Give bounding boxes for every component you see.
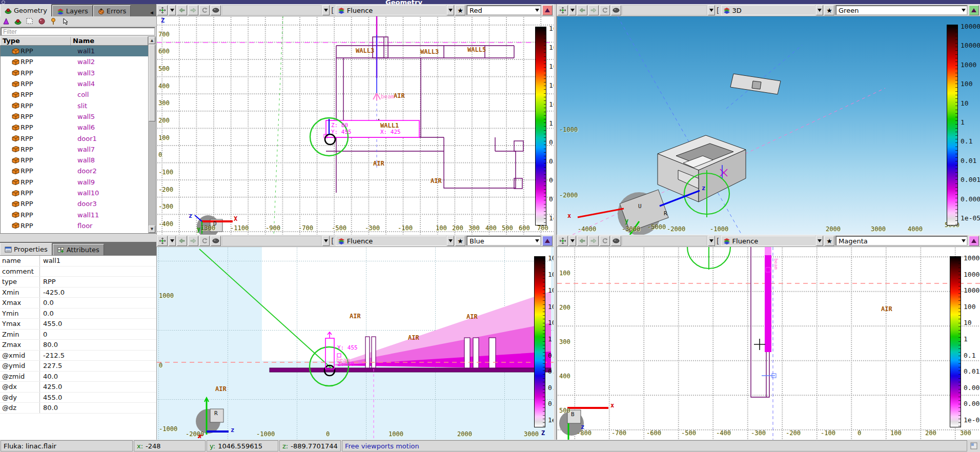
viewport-canvas-red[interactable]: 7006005004003002001000-100-200-300-400-1… <box>156 16 554 235</box>
pan-tool-dropdown[interactable] <box>169 236 176 246</box>
back-button[interactable] <box>177 236 187 246</box>
viewport-canvas-green[interactable]: -1000-2000-4000-3000-5000-2000-100020003… <box>557 16 980 235</box>
viewport-canvas-blue[interactable]: 10000-1000-2000-10000100020003000ZAIRAIR… <box>156 247 554 440</box>
render-button[interactable] <box>611 236 621 246</box>
property-row[interactable]: @dy455.0 <box>0 393 156 403</box>
tree-row[interactable]: RPPwall6 <box>1 122 148 133</box>
render-button[interactable] <box>211 5 221 15</box>
refresh-button[interactable] <box>199 5 210 15</box>
status-grid-icon[interactable] <box>969 441 979 451</box>
pan-tool-button[interactable] <box>558 236 568 246</box>
property-row[interactable]: @dx425.0 <box>0 382 156 393</box>
pan-tool-button[interactable] <box>157 236 168 246</box>
body-tool-icon[interactable] <box>13 17 23 26</box>
scroll-down-icon[interactable]: ▼ <box>149 225 155 233</box>
layer-dropdown-arrow[interactable] <box>447 236 454 246</box>
property-row[interactable]: comment <box>0 266 156 277</box>
refresh-button[interactable] <box>600 5 610 15</box>
history-dropdown[interactable] <box>222 236 321 246</box>
favorite-layer-button[interactable]: ★ <box>455 5 465 15</box>
tab-attributes[interactable]: Attributes <box>53 244 104 255</box>
layer-dropdown-arrow[interactable] <box>816 5 823 15</box>
filter-input[interactable] <box>1 27 155 36</box>
property-row[interactable]: namewall1 <box>0 256 156 266</box>
forward-button[interactable] <box>188 5 198 15</box>
scrollbar-thumb[interactable] <box>149 45 155 121</box>
favorite-layer-button[interactable]: ★ <box>824 5 834 15</box>
property-row[interactable]: Zmax80.0 <box>0 340 156 351</box>
render-button[interactable] <box>611 5 621 15</box>
property-row[interactable]: Xmin-425.0 <box>0 287 156 298</box>
pan-tool-dropdown[interactable] <box>569 236 576 246</box>
tab-layers[interactable]: Layers <box>52 5 93 16</box>
favorite-layer-button[interactable]: ★ <box>455 236 465 246</box>
tree-row[interactable]: RPPwall10 <box>1 188 148 198</box>
zone-tool-icon[interactable] <box>1 17 11 26</box>
forward-button[interactable] <box>588 5 599 15</box>
favorite-layer-button[interactable]: ★ <box>824 236 834 246</box>
viewport-canvas-magenta[interactable]: 100200300400500-800-700-600-500-400-300-… <box>557 247 980 440</box>
history-dropdown-arrow[interactable] <box>708 236 715 246</box>
layer-selector[interactable]: Fluence <box>336 5 446 15</box>
tree-row[interactable]: RPPwall1 <box>1 46 148 56</box>
tree-row[interactable]: RPPwall11 <box>1 209 148 220</box>
tree-row[interactable]: RPPslit <box>1 100 148 111</box>
back-button[interactable] <box>577 236 587 246</box>
tree-row[interactable]: RPPdoor1 <box>1 133 148 143</box>
tree-row[interactable]: RPPcoll <box>1 89 148 100</box>
layer-selector[interactable]: 3D <box>721 5 815 15</box>
property-row[interactable]: Ymin0.0 <box>0 309 156 319</box>
layer-dropdown-arrow[interactable] <box>816 236 823 246</box>
render-button[interactable] <box>211 236 221 246</box>
cursor-tool-icon[interactable] <box>60 17 70 26</box>
tab-properties[interactable]: Properties <box>0 243 52 255</box>
tree-row[interactable]: RPPwall7 <box>1 144 148 155</box>
viewport-name-combo[interactable]: Red <box>466 5 541 15</box>
history-dropdown-arrow[interactable] <box>322 5 330 15</box>
tab-geometry[interactable]: Geometry <box>0 4 52 16</box>
history-dropdown-arrow[interactable] <box>322 236 330 246</box>
pan-tool-button[interactable] <box>558 5 568 15</box>
back-button[interactable] <box>177 5 187 15</box>
tree-row[interactable]: RPPwall5 <box>1 111 148 122</box>
maximize-viewport-button[interactable] <box>969 236 979 246</box>
tree-row[interactable]: RPPdoor2 <box>1 166 148 176</box>
property-row[interactable]: @dz80.0 <box>0 403 156 414</box>
property-row[interactable]: Zmin0 <box>0 330 156 340</box>
history-dropdown-arrow[interactable] <box>708 5 715 15</box>
maximize-viewport-button[interactable] <box>542 236 553 246</box>
pan-tool-button[interactable] <box>157 5 168 15</box>
viewport-name-combo[interactable]: Green <box>835 5 968 15</box>
tree-row[interactable]: RPPdoor3 <box>1 198 148 209</box>
tree-row[interactable]: RPPwall9 <box>1 177 148 188</box>
tree-row[interactable]: RPPwall2 <box>1 56 148 67</box>
layer-dropdown-arrow[interactable] <box>447 5 454 15</box>
panel-divider[interactable] <box>0 233 156 242</box>
forward-button[interactable] <box>188 236 198 246</box>
column-type[interactable]: Type <box>1 37 71 45</box>
pan-tool-dropdown[interactable] <box>169 5 176 15</box>
tree-row[interactable]: RPPwall3 <box>1 68 148 78</box>
collapse-panel-button[interactable]: ◄ <box>147 9 156 16</box>
property-row[interactable]: Xmax0.0 <box>0 298 156 309</box>
property-row[interactable]: @zmid40.0 <box>0 372 156 382</box>
history-dropdown[interactable] <box>622 236 707 246</box>
property-row[interactable]: @ymid227.5 <box>0 361 156 372</box>
history-dropdown[interactable] <box>622 5 707 15</box>
property-row[interactable]: Ymax455.0 <box>0 319 156 330</box>
maximize-viewport-button[interactable] <box>542 5 553 15</box>
property-row[interactable]: typeRPP <box>0 277 156 287</box>
layer-selector[interactable]: Fluence <box>336 236 446 246</box>
pin-tool-icon[interactable] <box>48 17 58 26</box>
maximize-viewport-button[interactable] <box>969 5 979 15</box>
tree-row[interactable]: RPPwall8 <box>1 155 148 166</box>
viewport-name-combo[interactable]: Magenta <box>835 236 968 246</box>
tree-row[interactable]: RPPwall4 <box>1 78 148 89</box>
select-region-icon[interactable] <box>25 17 35 26</box>
property-row[interactable]: @xmid-212.5 <box>0 351 156 361</box>
viewport-name-combo[interactable]: Blue <box>466 236 541 246</box>
layer-selector[interactable]: Fluence <box>721 236 815 246</box>
tree-scrollbar[interactable]: ▲ ▼ <box>148 36 156 233</box>
refresh-button[interactable] <box>600 236 610 246</box>
forward-button[interactable] <box>588 236 599 246</box>
